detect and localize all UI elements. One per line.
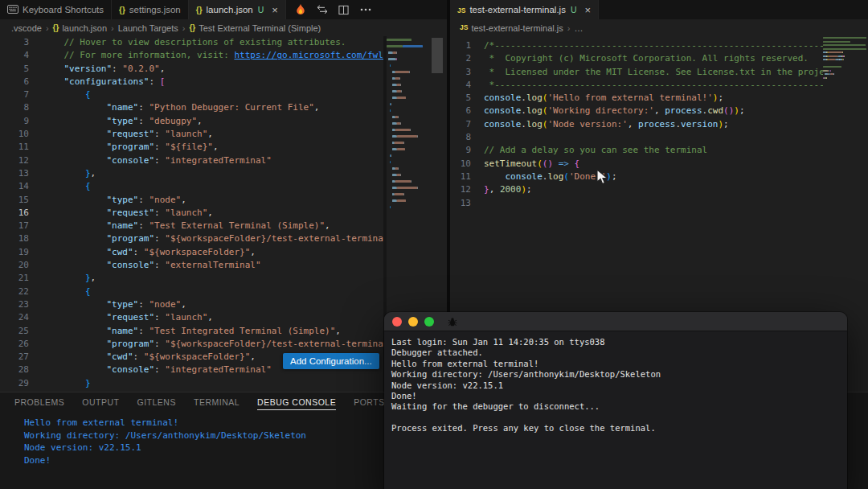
code-text: "name": "Python Debugger: Current File", <box>43 102 319 113</box>
line-number: 19 <box>0 246 29 259</box>
breadcrumb-item-launch-targets[interactable]: Launch Targets <box>118 23 178 33</box>
code-line: 12 "console": "integratedTerminal" <box>0 154 383 167</box>
external-terminal-window[interactable]: Last login: Sun Jan 11 14:20:35 on ttys0… <box>384 312 847 489</box>
breadcrumb-label: .vscode <box>11 23 42 33</box>
code-line: 13 }, <box>0 167 383 180</box>
breadcrumb-left: .vscode›{}launch.json›Launch Targets›{}T… <box>0 19 447 36</box>
compare-changes-icon[interactable] <box>316 3 329 16</box>
breadcrumb-item-test-external-terminal-simple[interactable]: {}Test External Terminal (Simple) <box>189 23 321 33</box>
line-number: 1 <box>450 39 471 52</box>
code-line: 4 *-------------------------------------… <box>450 79 823 92</box>
tab-keyboard-shortcuts[interactable]: Keyboard Shortcuts <box>0 0 112 19</box>
close-icon[interactable]: × <box>585 5 592 15</box>
code-text: *---------------------------------------… <box>484 80 823 90</box>
close-button[interactable] <box>392 317 402 327</box>
panel-tab-ports[interactable]: PORTS <box>354 397 384 410</box>
tab-settings-json[interactable]: {}settings.json <box>112 0 189 19</box>
minimap-line <box>387 81 428 88</box>
json-icon: {} <box>196 5 203 14</box>
panel-tab-problems[interactable]: PROBLEMS <box>14 397 64 410</box>
git-status-badge: U <box>571 5 577 14</box>
code-line: 23 "type": "node", <box>0 298 383 311</box>
minimap-line <box>387 107 428 113</box>
code-text: console.log('Node version:', process.ver… <box>484 119 729 129</box>
breadcrumb-separator: › <box>567 23 571 33</box>
line-number: 7 <box>0 88 29 101</box>
code-text: }, <box>43 273 96 283</box>
panel-tab-terminal[interactable]: TERMINAL <box>194 397 240 410</box>
left-tab-group: Keyboard Shortcuts{}settings.json{}launc… <box>0 0 286 19</box>
line-number: 23 <box>0 298 29 311</box>
breadcrumb-label: launch.json <box>62 23 107 33</box>
minimap-line <box>387 165 428 171</box>
line-number: 10 <box>0 128 29 141</box>
line-number: 11 <box>450 171 471 183</box>
breadcrumb-item-test-external-terminal-js[interactable]: JStest-external-terminal.js <box>460 23 563 33</box>
zoom-button[interactable] <box>424 317 434 327</box>
code-line: 1/*-------------------------------------… <box>450 39 823 52</box>
line-number: 15 <box>0 194 29 207</box>
line-number: 14 <box>0 180 29 193</box>
breadcrumb-item-launch-json[interactable]: {}launch.json <box>53 23 107 33</box>
line-number: 3 <box>450 66 471 79</box>
terminal-line <box>391 413 840 423</box>
line-number: 29 <box>0 377 29 390</box>
editor-actions <box>286 0 380 19</box>
line-number: 7 <box>450 118 471 131</box>
minimap-line <box>387 101 428 107</box>
minimize-button[interactable] <box>408 317 418 327</box>
code-line: 5console.log('Hello from external termin… <box>450 92 823 105</box>
line-number: 4 <box>450 79 471 92</box>
line-number: 2 <box>450 52 471 65</box>
tab-launch-json[interactable]: {}launch.jsonU× <box>189 0 286 19</box>
terminal-line: Hello from external terminal! <box>391 359 840 369</box>
code-line: 3 * Licensed under the MIT License. See … <box>450 66 823 79</box>
panel-tab-debug-console[interactable]: DEBUG CONSOLE <box>257 397 336 410</box>
more-actions-icon[interactable] <box>359 3 372 16</box>
minimap-line <box>387 88 428 94</box>
code-line: 26 "program": "${workspaceFolder}/test-e… <box>0 338 383 351</box>
code-text: "type": "debugpy", <box>43 116 203 126</box>
terminal-titlebar[interactable] <box>384 312 847 331</box>
code-text: console.log('Working directory:', proces… <box>484 105 745 116</box>
breadcrumb-item-vscode[interactable]: .vscode <box>11 23 42 33</box>
flame-icon[interactable] <box>294 3 307 16</box>
tab-label: Keyboard Shortcuts <box>23 5 104 14</box>
split-editor-icon[interactable] <box>338 3 350 16</box>
code-text: "name": "Test External Terminal (Simple)… <box>43 220 330 231</box>
scrollbar-thumb[interactable] <box>432 38 443 73</box>
tab-bar: Keyboard Shortcuts{}settings.json{}launc… <box>0 0 868 19</box>
code-line: 9 "type": "debugpy", <box>0 115 383 128</box>
line-number: 21 <box>0 272 29 285</box>
minimap-line <box>387 158 428 165</box>
panel-tab-output[interactable]: OUTPUT <box>82 397 119 410</box>
code-line: 7 { <box>0 88 383 101</box>
code-line: 15 "type": "node", <box>0 194 383 207</box>
panel-tab-gitlens[interactable]: GITLENS <box>137 397 176 410</box>
tab-test-external-terminal-js[interactable]: JStest-external-terminal.jsU× <box>450 0 599 19</box>
git-status-badge: U <box>258 5 264 14</box>
minimap-line <box>387 120 428 126</box>
code-line: 7console.log('Node version:', process.ve… <box>450 118 823 131</box>
line-number: 13 <box>450 197 471 210</box>
add-configuration-button[interactable]: Add Configuration... <box>283 353 379 369</box>
code-text: { <box>43 181 91 191</box>
code-line: 19 "cwd": "${workspaceFolder}", <box>0 246 383 259</box>
code-text: "console": "integratedTerminal" <box>43 155 272 166</box>
code-text: { <box>43 89 91 100</box>
code-text: "configurations": [ <box>43 76 165 87</box>
editor-launch-json[interactable]: 3 // Hover to view descriptions of exist… <box>0 36 383 392</box>
code-text: }, 2000); <box>484 184 532 195</box>
code-line: 24 "request": "launch", <box>0 311 383 324</box>
line-number: 9 <box>0 115 29 128</box>
code-text: // Add a delay so you can see the termin… <box>484 145 707 155</box>
line-number: 12 <box>450 183 471 196</box>
code-line: 12}, 2000); <box>450 183 823 196</box>
code-line: 17 "name": "Test External Terminal (Simp… <box>0 220 383 232</box>
close-icon[interactable]: × <box>272 5 278 15</box>
minimap-line <box>387 139 428 146</box>
line-number: 17 <box>0 220 29 232</box>
line-number: 6 <box>0 76 29 88</box>
breadcrumb-item-[interactable]: … <box>574 23 583 33</box>
line-number: 11 <box>0 141 29 154</box>
